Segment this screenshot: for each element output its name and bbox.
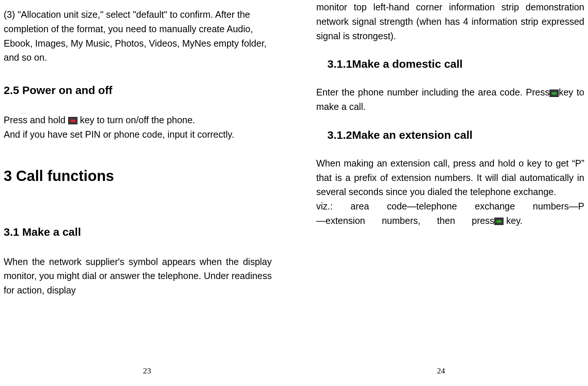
page-number-left: 23 xyxy=(0,366,294,376)
heading-2-5: 2.5 Power on and off xyxy=(4,84,272,97)
right-paragraph-2: When making an extension call, press and… xyxy=(316,156,585,199)
left-paragraph-2: Press and hold key to turn on/off the ph… xyxy=(4,113,272,127)
left-paragraph-1: (3) "Allocation unit size," select "defa… xyxy=(4,7,272,65)
heading-3-1-2: 3.1.2Make an extension call xyxy=(328,129,585,141)
right-paragraph-0: monitor top left-hand corner information… xyxy=(316,0,585,43)
call-key-icon-2 xyxy=(494,218,504,225)
heading-3: 3 Call functions xyxy=(4,168,272,184)
left-paragraph-3: And if you have set PIN or phone code, i… xyxy=(4,127,272,142)
page-right: monitor top left-hand corner information… xyxy=(294,0,588,386)
left-p2-part-b: key to turn on/off the phone. xyxy=(80,115,195,125)
heading-3-1-1: 3.1.1Make a domestic call xyxy=(328,58,585,70)
end-call-key-icon xyxy=(68,117,77,124)
right-p3-part-a: viz.: area code—telephone exchange numbe… xyxy=(316,201,585,226)
page-left: (3) "Allocation unit size," select "defa… xyxy=(0,0,294,386)
call-key-icon xyxy=(549,90,559,97)
heading-3-1: 3.1 Make a call xyxy=(4,226,272,238)
right-p1-part-a: Enter the phone number including the are… xyxy=(316,87,550,97)
right-paragraph-3: viz.: area code—telephone exchange numbe… xyxy=(316,199,585,228)
left-paragraph-4: When the network supplier's symbol appea… xyxy=(4,255,272,298)
page-container: (3) "Allocation unit size," select "defa… xyxy=(0,0,588,386)
left-p2-part-a: Press and hold xyxy=(4,115,68,125)
right-p3-part-b: key. xyxy=(504,215,522,226)
right-paragraph-1: Enter the phone number including the are… xyxy=(316,85,585,114)
page-number-right: 24 xyxy=(294,366,588,376)
